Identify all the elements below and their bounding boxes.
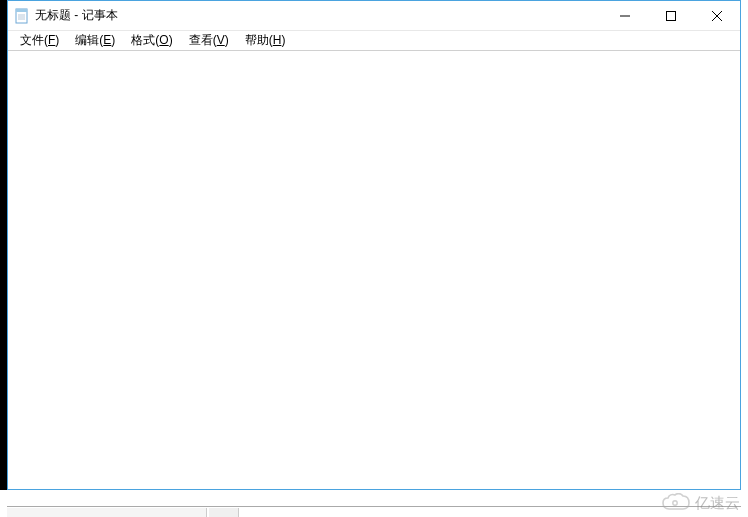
close-icon bbox=[712, 11, 722, 21]
menu-view-label: 查看 bbox=[189, 33, 213, 47]
svg-rect-1 bbox=[16, 9, 27, 12]
left-background-strip bbox=[0, 0, 7, 490]
minimize-button[interactable] bbox=[602, 1, 648, 30]
svg-rect-6 bbox=[667, 11, 676, 20]
menu-view-accel: V bbox=[217, 33, 225, 47]
window-controls bbox=[602, 1, 740, 30]
menu-edit[interactable]: 编辑(E) bbox=[67, 31, 123, 50]
text-editor[interactable] bbox=[8, 51, 740, 489]
menu-edit-label: 编辑 bbox=[75, 33, 99, 47]
menu-format[interactable]: 格式(O) bbox=[123, 31, 180, 50]
menu-format-accel: O bbox=[159, 33, 168, 47]
menu-file-accel: F bbox=[48, 33, 55, 47]
editor-area bbox=[8, 51, 740, 489]
bottom-divider bbox=[7, 506, 741, 507]
minimize-icon bbox=[620, 11, 630, 21]
menu-view[interactable]: 查看(V) bbox=[181, 31, 237, 50]
menu-edit-accel: E bbox=[103, 33, 111, 47]
notepad-window: 无标题 - 记事本 文件(F) 编辑(E) 格式(O bbox=[7, 0, 741, 490]
menu-format-label: 格式 bbox=[131, 33, 155, 47]
menu-help-label: 帮助 bbox=[245, 33, 269, 47]
maximize-icon bbox=[666, 11, 676, 21]
menu-file-label: 文件 bbox=[20, 33, 44, 47]
watermark-text: 亿速云 bbox=[695, 494, 740, 513]
titlebar-left: 无标题 - 记事本 bbox=[8, 7, 602, 24]
menu-file[interactable]: 文件(F) bbox=[12, 31, 67, 50]
taskbar-segment-2 bbox=[209, 508, 239, 517]
cloud-icon bbox=[661, 493, 691, 513]
svg-point-9 bbox=[673, 501, 677, 505]
maximize-button[interactable] bbox=[648, 1, 694, 30]
watermark: 亿速云 bbox=[661, 493, 740, 513]
notepad-app-icon bbox=[14, 8, 30, 24]
close-button[interactable] bbox=[694, 1, 740, 30]
menu-help[interactable]: 帮助(H) bbox=[237, 31, 294, 50]
taskbar-segment bbox=[7, 508, 207, 517]
menubar: 文件(F) 编辑(E) 格式(O) 查看(V) 帮助(H) bbox=[8, 31, 740, 51]
window-title: 无标题 - 记事本 bbox=[35, 7, 118, 24]
titlebar[interactable]: 无标题 - 记事本 bbox=[8, 1, 740, 31]
menu-help-accel: H bbox=[273, 33, 282, 47]
